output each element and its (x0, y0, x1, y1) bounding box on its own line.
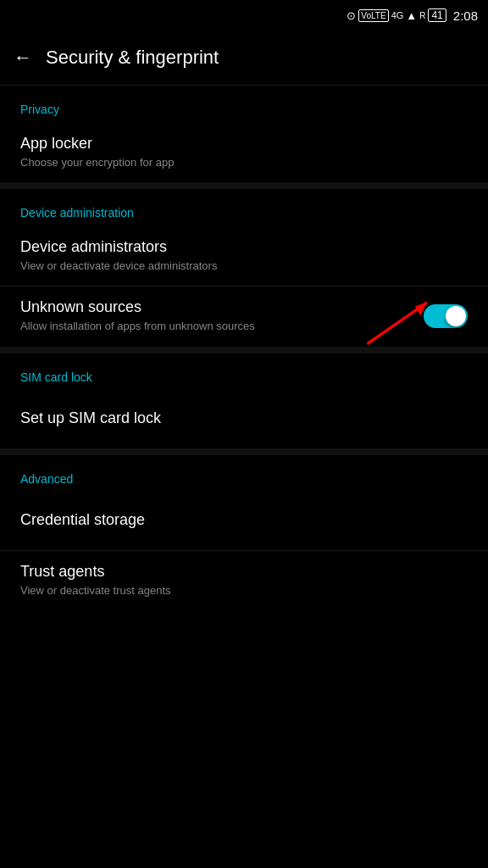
trust-agents-subtitle: View or deactivate trust agents (20, 583, 468, 598)
sim-card-lock-header: SIM card lock (0, 353, 488, 391)
device-administrators-title: Device administrators (20, 238, 468, 256)
unknown-sources-text: Unknown sources Allow installation of ap… (20, 298, 424, 334)
status-icons: ⊙ VoLTE 4G ▲ R 41 (347, 8, 446, 22)
unknown-sources-title: Unknown sources (20, 298, 424, 316)
advanced-header: Advanced (0, 455, 488, 492)
unknown-sources-item[interactable]: Unknown sources Allow installation of ap… (0, 287, 488, 346)
back-button[interactable]: ← (14, 47, 32, 69)
trust-agents-title: Trust agents (20, 563, 468, 581)
device-administrators-item[interactable]: Device administrators View or deactivate… (0, 226, 488, 286)
device-administrators-text: Device administrators View or deactivate… (20, 238, 468, 274)
divider-4 (0, 448, 488, 455)
toggle-thumb (446, 306, 466, 326)
toggle-track (424, 304, 468, 328)
credential-storage-item[interactable]: Credential storage (0, 492, 488, 550)
divider-3 (0, 347, 488, 353)
signal-icon: ▲ (406, 9, 417, 22)
status-bar-right: ⊙ VoLTE 4G ▲ R 41 2:08 (347, 8, 478, 23)
trust-agents-item[interactable]: Trust agents View or deactivate trust ag… (0, 551, 488, 610)
trust-agents-text: Trust agents View or deactivate trust ag… (20, 563, 468, 598)
status-time: 2:08 (453, 8, 478, 23)
unknown-sources-subtitle: Allow installation of apps from unknown … (20, 319, 424, 334)
unknown-sources-container: Unknown sources Allow installation of ap… (0, 287, 488, 346)
credential-storage-title: Credential storage (20, 511, 468, 529)
unknown-sources-toggle[interactable] (424, 304, 468, 328)
credential-storage-text: Credential storage (20, 511, 468, 531)
device-admin-header: Device administration (0, 189, 488, 226)
app-locker-subtitle: Choose your encryption for app (20, 155, 468, 170)
sim-card-lock-section: SIM card lock Set up SIM card lock (0, 353, 488, 448)
advanced-section: Advanced Credential storage Trust agents… (0, 455, 488, 610)
set-up-sim-text: Set up SIM card lock (20, 409, 468, 430)
status-bar: ⊙ VoLTE 4G ▲ R 41 2:08 (0, 0, 488, 31)
network-4g-icon: 4G (391, 10, 404, 20)
app-locker-title: App locker (20, 135, 468, 153)
device-administrators-subtitle: View or deactivate device administrators (20, 259, 468, 274)
set-up-sim-item[interactable]: Set up SIM card lock (0, 391, 488, 448)
app-locker-item[interactable]: App locker Choose your encryption for ap… (0, 123, 488, 182)
roaming-icon: R (419, 11, 425, 20)
device-admin-section: Device administration Device administrat… (0, 189, 488, 346)
top-bar: ← Security & fingerprint (0, 31, 488, 85)
app-locker-text: App locker Choose your encryption for ap… (20, 135, 468, 170)
target-icon: ⊙ (347, 9, 356, 22)
privacy-section: Privacy App locker Choose your encryptio… (0, 86, 488, 182)
privacy-header: Privacy (0, 86, 488, 123)
battery-icon: 41 (428, 8, 446, 22)
volte-icon: VoLTE (358, 9, 388, 22)
divider-1 (0, 182, 488, 189)
page-title: Security & fingerprint (46, 47, 219, 69)
set-up-sim-title: Set up SIM card lock (20, 409, 468, 427)
